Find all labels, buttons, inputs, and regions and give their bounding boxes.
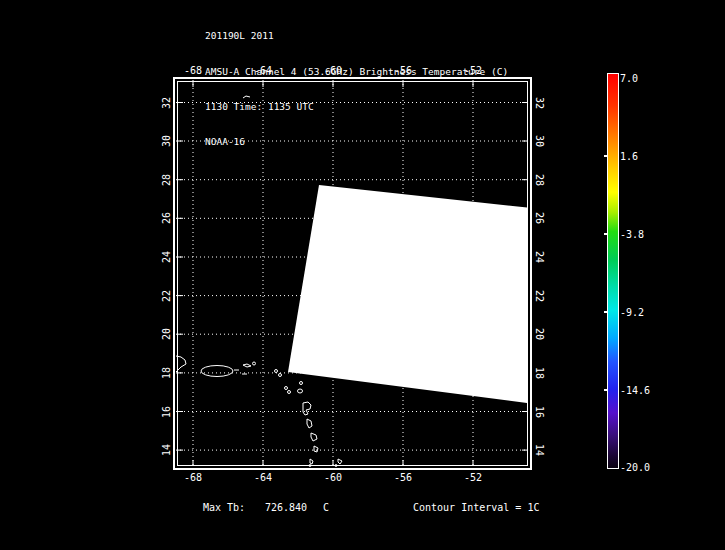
y-tick-label-left: 26 [161,212,172,224]
colorbar-label: -20.0 [620,462,650,473]
coastline-tortola [253,362,256,365]
coastline-st-kitts [285,387,288,390]
x-tick-label-top: -60 [316,65,350,76]
coastline-martinique [311,433,317,441]
colorbar-tick [604,155,608,157]
coastline-st-barth [279,374,282,377]
coastline-st-vincent [310,459,313,464]
coastline-dominica [307,419,312,428]
x-tick-label-top: -68 [176,65,210,76]
x-tick-label-bottom: -52 [456,472,490,483]
y-tick-label-left: 20 [161,328,172,340]
colorbar-tick [604,311,608,313]
y-tick-label-right: 16 [534,405,545,417]
coastline-virgin-islands [243,364,251,367]
y-tick-label-left: 28 [161,174,172,186]
coastline-bermuda [243,96,250,98]
coastline-barbuda [300,382,303,385]
max-tb-value: 726.840 [265,502,307,513]
colorbar-label: -3.8 [620,229,644,240]
y-tick-label-right: 32 [534,96,545,108]
x-tick-label-top: -56 [386,65,420,76]
y-tick-label-left: 14 [161,444,172,456]
coastline-puerto-rico [201,366,233,377]
contour-interval-text: Contour Interval = 1C [413,502,539,513]
max-tb-label: Max Tb: [203,502,245,513]
y-tick-label-right: 30 [534,135,545,147]
colorbar-label: -9.2 [620,307,644,318]
y-tick-label-left: 16 [161,405,172,417]
colorbar-tick [604,389,608,391]
x-tick-label-top: -52 [456,65,490,76]
x-tick-label-bottom: -56 [386,472,420,483]
coastline-nevis [288,391,291,394]
colorbar [607,73,619,469]
max-tb-unit: C [323,502,329,513]
y-tick-label-left: 24 [161,251,172,263]
x-tick-label-bottom: -64 [246,472,280,483]
colorbar-label: 7.0 [620,73,638,84]
colorbar-tick [604,233,608,235]
x-tick-label-bottom: -60 [316,472,350,483]
x-tick-label-top: -64 [246,65,280,76]
y-tick-label-left: 22 [161,290,172,302]
coastline-antigua [298,389,303,393]
y-tick-label-right: 28 [534,174,545,186]
y-tick-label-right: 18 [534,367,545,379]
y-tick-label-left: 32 [161,96,172,108]
colorbar-label: 1.6 [620,151,638,162]
coastline-guadeloupe [303,402,311,415]
y-tick-label-right: 20 [534,328,545,340]
y-tick-label-right: 14 [534,444,545,456]
y-tick-label-left: 18 [161,367,172,379]
coastline-barbados [338,459,342,464]
x-tick-label-bottom: -68 [176,472,210,483]
colorbar-label: -14.6 [620,385,650,396]
y-tick-label-right: 24 [534,251,545,263]
y-tick-label-left: 30 [161,135,172,147]
y-tick-label-right: 26 [534,212,545,224]
satellite-swath [288,185,527,403]
y-tick-label-right: 22 [534,290,545,302]
coastline-st-lucia [314,446,318,452]
plot-canvas: 201190L 2011 AMSU-A Channel 4 (53.6GHz) … [0,0,725,550]
coastline-st-martin [275,370,278,373]
